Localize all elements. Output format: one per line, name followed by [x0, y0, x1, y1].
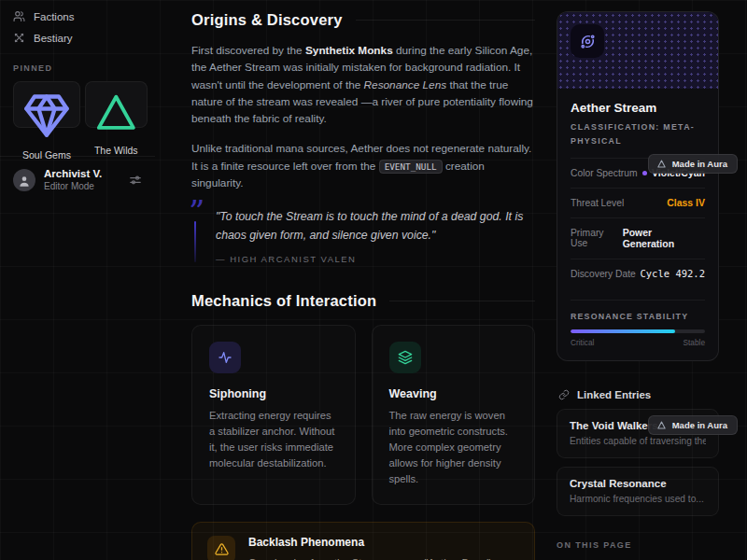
resonance-stability: Resonance Stability Critical Stable [571, 300, 705, 347]
link-icon [558, 389, 570, 400]
stability-fill [571, 329, 675, 333]
linked-entries-header: Linked Entries [557, 389, 719, 400]
stability-label: Resonance Stability [571, 312, 705, 321]
stability-min-label: Critical [571, 338, 594, 347]
sidebar-item-label: Factions [34, 11, 74, 22]
pinned-card-label: Soul Gems [22, 149, 71, 161]
sidebar: Factions Bestiary Pinned Soul Gems The W… [0, 0, 155, 560]
warning-body: Overdrawing from the Stream causes "Aeth… [248, 555, 519, 560]
pinned-card-the-wilds[interactable]: The Wilds [85, 81, 148, 128]
quote-accent-line [194, 221, 196, 261]
avatar[interactable] [13, 169, 35, 191]
user-meta: Archivist V. Editor Mode [44, 168, 120, 191]
section-rule [389, 301, 535, 301]
on-this-page: On This Page Origins & Discovery Mechani… [557, 540, 719, 560]
card-weaving[interactable]: Weaving The raw energy is woven into geo… [372, 325, 536, 505]
linked-entry-description: Entities capable of traversing the... [570, 436, 706, 446]
article: Origins & Discovery First discovered by … [191, 0, 535, 560]
row-label: Primary Use [571, 228, 623, 248]
infobox-row-threat-level: Threat Level Class IV [571, 188, 705, 217]
stability-endpoints: Critical Stable [571, 338, 705, 347]
violet-dot-icon [642, 171, 647, 175]
infobox-classification: Classification: Meta-Physical [571, 120, 705, 148]
sidebar-item-label: Bestiary [34, 33, 73, 44]
quote-marks-icon: ” [189, 193, 204, 231]
pinned-grid: Soul Gems The Wilds [13, 81, 142, 128]
section-mechanics: Mechanics of Interaction Siphoning Extra… [191, 292, 535, 560]
aura-triangle-logo-icon [656, 159, 667, 169]
card-description: Extracting energy requires a stabilizer … [209, 408, 338, 471]
infobox-card: Aether Stream Classification: Meta-Physi… [557, 11, 719, 361]
linked-entries: Linked Entries The Void Walkers Entities… [557, 389, 719, 516]
bold-term-synthetix-monks: Synthetix Monks [305, 44, 393, 57]
linked-entries-title: Linked Entries [577, 389, 651, 400]
infobox-body: Aether Stream Classification: Meta-Physi… [557, 89, 718, 360]
italic-term-resonance-lens: Resonance Lens [364, 78, 447, 91]
triangle-icon [94, 91, 138, 134]
card-title: Weaving [389, 387, 518, 400]
row-value: Power Generation [623, 227, 705, 249]
row-value: Cycle 492.2 [640, 268, 705, 279]
row-label: Discovery Date [571, 269, 636, 279]
section-origins: Origins & Discovery First discovered by … [191, 11, 535, 264]
mechanics-cards: Siphoning Extracting energy requires a s… [191, 325, 535, 505]
row-label: Color Spectrum [571, 168, 638, 178]
infobox-rows: Color Spectrum Violet/Cyan Threat Level … [571, 158, 705, 288]
crossed-swords-icon [13, 32, 25, 44]
paragraph-2: Unlike traditional mana sources, Aether … [191, 140, 535, 191]
pinned-card-soul-gems[interactable]: Soul Gems [13, 81, 80, 128]
blockquote: ” "To touch the Stream is to touch the m… [191, 208, 535, 263]
badge-label: Made in Aura [672, 159, 727, 169]
settings-sliders-icon[interactable] [129, 174, 142, 187]
warning-triangle-icon [207, 536, 235, 560]
infobox-header [557, 12, 718, 89]
section-heading-mechanics: Mechanics of Interaction [191, 292, 376, 310]
infobox-row-primary-use: Primary Use Power Generation [571, 217, 705, 259]
card-description: The raw energy is woven into geometric c… [389, 408, 518, 487]
user-area: Archivist V. Editor Mode [0, 156, 155, 203]
wiki-page: Factions Bestiary Pinned Soul Gems The W… [0, 0, 747, 560]
warning-title: Backlash Phenomena [248, 536, 519, 549]
user-mode: Editor Mode [44, 181, 120, 191]
code-chip-event-null: EVENT_NULL [379, 160, 443, 174]
card-title: Siphoning [209, 387, 338, 400]
gem-icon [22, 91, 71, 139]
user-name: Archivist V. [44, 168, 120, 179]
warning-content: Backlash Phenomena Overdrawing from the … [248, 536, 519, 560]
pulse-icon [209, 342, 241, 373]
warning-callout: Backlash Phenomena Overdrawing from the … [191, 522, 535, 560]
text-run: First discovered by the [191, 44, 305, 57]
stability-max-label: Stable [683, 338, 705, 347]
stability-bar [571, 329, 705, 333]
users-icon [13, 10, 25, 22]
layers-icon [389, 342, 421, 373]
quote-text: "To touch the Stream is to touch the min… [216, 208, 535, 245]
linked-entry-title: Crystal Resonance [570, 478, 706, 489]
orbit-icon [571, 24, 604, 58]
sidebar-item-factions[interactable]: Factions [13, 6, 142, 27]
row-label: Threat Level [571, 198, 624, 208]
row-value: Class IV [667, 197, 705, 208]
made-in-aura-badge[interactable]: Made in Aura [648, 415, 738, 435]
section-heading-origins: Origins & Discovery [191, 11, 343, 29]
on-this-page-label: On This Page [557, 540, 719, 550]
aura-triangle-logo-icon [656, 420, 667, 430]
card-siphoning[interactable]: Siphoning Extracting energy requires a s… [191, 325, 356, 505]
paragraph-1: First discovered by the Synthetix Monks … [191, 42, 535, 127]
quote-attribution: — HIGH ARCANIST VALEN [216, 254, 535, 264]
sidebar-item-bestiary[interactable]: Bestiary [13, 27, 142, 49]
right-panel: Aether Stream Classification: Meta-Physi… [557, 11, 719, 560]
linked-entry-description: Harmonic frequencies used to... [570, 494, 706, 504]
infobox-title: Aether Stream [571, 101, 705, 115]
infobox-row-discovery-date: Discovery Date Cycle 492.2 [571, 259, 705, 288]
linked-entry-crystal-resonance[interactable]: Crystal Resonance Harmonic frequencies u… [557, 467, 719, 516]
section-rule [356, 20, 535, 21]
badge-label: Made in Aura [672, 420, 727, 430]
pinned-card-label: The Wilds [94, 145, 138, 156]
pinned-section-label: Pinned [13, 63, 142, 73]
made-in-aura-badge[interactable]: Made in Aura [648, 154, 738, 174]
